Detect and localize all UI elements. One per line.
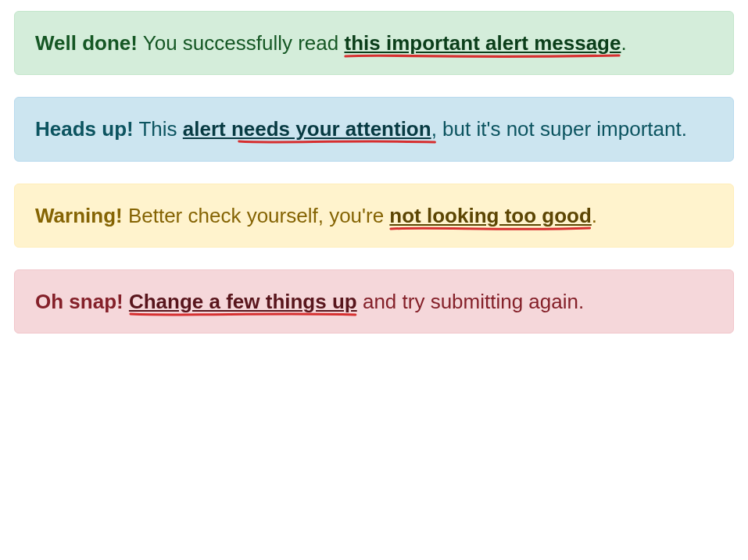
alert-title: Heads up! (35, 117, 134, 141)
alert-text-before: Better check yourself, you're (123, 204, 390, 227)
alert-link[interactable]: this important alert message (344, 31, 621, 55)
alert-title: Oh snap! (35, 290, 123, 313)
alert-text-after: . (592, 204, 597, 227)
alert-text-after: , but it's not super important. (431, 117, 687, 141)
alert-link-wrap: alert needs your attention (183, 117, 431, 141)
alert-link[interactable]: Change a few things up (129, 290, 357, 313)
alert-link[interactable]: alert needs your attention (183, 117, 431, 141)
alert-text-after: . (621, 31, 626, 55)
alert-success: Well done! You successfully read this im… (14, 11, 734, 75)
alert-text-before (123, 290, 129, 313)
alert-warning: Warning! Better check yourself, you're n… (14, 184, 734, 248)
alert-link-wrap: this important alert message (344, 31, 621, 55)
alert-link-wrap: not looking too good (389, 204, 591, 227)
alert-title: Well done! (35, 31, 138, 55)
alert-link[interactable]: not looking too good (389, 204, 591, 227)
alert-info: Heads up! This alert needs your attentio… (14, 97, 734, 161)
alert-danger: Oh snap! Change a few things up and try … (14, 269, 734, 334)
alert-link-wrap: Change a few things up (129, 290, 357, 313)
alert-text-after: and try submitting again. (357, 290, 585, 313)
alert-title: Warning! (35, 204, 123, 227)
alert-text-before: This (134, 117, 183, 141)
alert-text-before: You successfully read (138, 31, 345, 55)
